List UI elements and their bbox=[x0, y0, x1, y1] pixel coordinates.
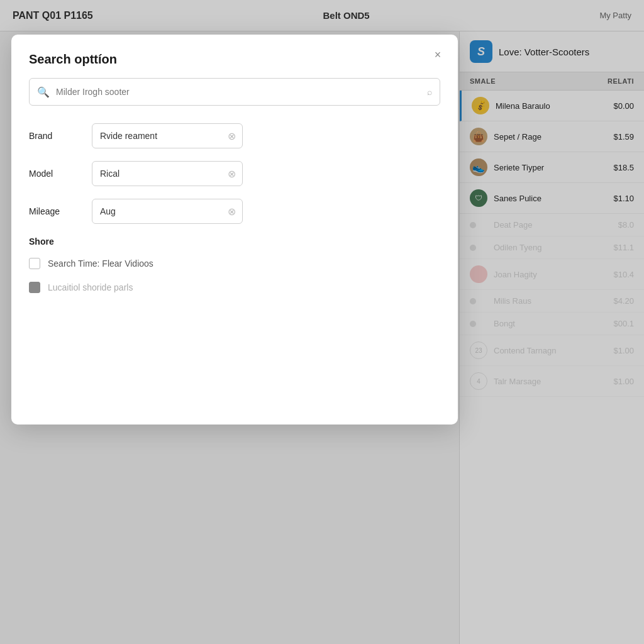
form-select-mileage[interactable]: Aug ⊗ bbox=[92, 199, 243, 224]
checkbox-row-cb1: Search Time: Flear Vidioos bbox=[29, 258, 440, 269]
checkbox-cb2[interactable] bbox=[29, 282, 40, 293]
checkbox-row-cb2: Lucaitiol shoride parls bbox=[29, 282, 440, 293]
form-select-value-model: Rical bbox=[100, 169, 119, 179]
checkbox-label-cb2: Lucaitiol shoride parls bbox=[48, 282, 133, 292]
form-label-brand: Brand bbox=[29, 131, 92, 141]
form-label-model: Model bbox=[29, 169, 92, 179]
form-select-display-brand[interactable]: Rvide reament ⊗ bbox=[92, 123, 243, 148]
form-fields-container: Brand Rvide reament ⊗ Model Rical ⊗ Mile… bbox=[29, 123, 440, 224]
form-select-clear-mileage[interactable]: ⊗ bbox=[228, 206, 236, 218]
form-label-mileage: Mileage bbox=[29, 206, 92, 216]
modal-overlay: × Search opttíon 🔍 ⌕ Brand Rvide reament… bbox=[0, 0, 644, 644]
form-select-value-mileage: Aug bbox=[100, 206, 116, 216]
form-select-model[interactable]: Rical ⊗ bbox=[92, 161, 243, 186]
checkboxes-container: Search Time: Flear Vidioos Lucaitiol sho… bbox=[29, 258, 440, 293]
search-box: 🔍 ⌕ bbox=[29, 78, 440, 106]
form-select-display-mileage[interactable]: Aug ⊗ bbox=[92, 199, 243, 224]
form-select-clear-brand[interactable]: ⊗ bbox=[228, 130, 236, 142]
search-modal: × Search opttíon 🔍 ⌕ Brand Rvide reament… bbox=[11, 35, 458, 425]
form-select-display-model[interactable]: Rical ⊗ bbox=[92, 161, 243, 186]
search-icon-right: ⌕ bbox=[427, 87, 432, 97]
form-row-model: Model Rical ⊗ bbox=[29, 161, 440, 186]
search-icon-left: 🔍 bbox=[37, 86, 50, 98]
modal-title: Search opttíon bbox=[29, 52, 440, 67]
form-select-brand[interactable]: Rvide reament ⊗ bbox=[92, 123, 243, 148]
checkbox-cb1[interactable] bbox=[29, 258, 40, 269]
form-row-brand: Brand Rvide reament ⊗ bbox=[29, 123, 440, 148]
shore-label: Shore bbox=[29, 236, 440, 247]
modal-close-button[interactable]: × bbox=[429, 46, 447, 64]
form-select-value-brand: Rvide reament bbox=[100, 131, 157, 141]
checkbox-label-cb1: Search Time: Flear Vidioos bbox=[48, 258, 153, 269]
search-input[interactable] bbox=[56, 87, 427, 97]
form-row-mileage: Mileage Aug ⊗ bbox=[29, 199, 440, 224]
form-select-clear-model[interactable]: ⊗ bbox=[228, 168, 236, 180]
